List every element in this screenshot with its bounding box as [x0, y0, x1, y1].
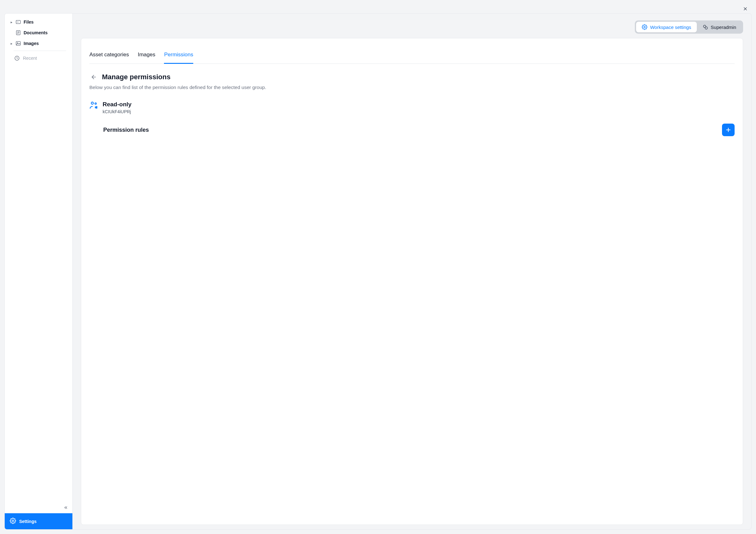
svg-point-16 [91, 102, 94, 104]
plus-icon [725, 127, 731, 133]
close-icon [743, 6, 748, 11]
sidebar-settings-label: Settings [19, 519, 37, 524]
user-group-info: Read-only kCIUkF4iUPRj [103, 101, 132, 114]
svg-point-14 [705, 27, 708, 29]
chevron-right-icon: ▸ [10, 42, 13, 45]
settings-panel: Asset categories Images Permissions Mana… [81, 38, 743, 525]
chevron-right-icon: ▸ [10, 20, 13, 24]
segment-label: Superadmin [711, 25, 736, 30]
app-shell: ▸ Files Documents ▸ [0, 0, 756, 534]
tab-images[interactable]: Images [138, 47, 155, 64]
view-toggle: Workspace settings Superadmin [635, 20, 743, 34]
permission-rules-row: Permission rules [89, 124, 735, 136]
user-group-icon [89, 101, 98, 111]
arrow-left-icon [91, 74, 97, 80]
app-window: ▸ Files Documents ▸ [4, 13, 752, 530]
sidebar-item-files[interactable]: ▸ Files [7, 17, 70, 27]
sidebar-item-recent[interactable]: Recent [7, 52, 70, 64]
back-button[interactable] [89, 73, 98, 82]
section-description: Below you can find list of the permissio… [89, 85, 735, 90]
sidebar-item-label: Documents [24, 30, 47, 35]
svg-point-12 [644, 26, 645, 28]
section-title: Manage permissions [102, 73, 171, 81]
user-group: Read-only kCIUkF4iUPRj [89, 101, 735, 114]
document-icon [15, 30, 21, 36]
shield-icon [703, 24, 708, 30]
sidebar-divider [14, 51, 66, 51]
section-header: Manage permissions [89, 73, 735, 82]
segment-label: Workspace settings [650, 25, 691, 30]
sidebar-item-label: Files [24, 19, 34, 25]
segment-superadmin[interactable]: Superadmin [697, 22, 742, 32]
sidebar-item-label: Images [24, 41, 39, 46]
svg-point-17 [95, 103, 96, 104]
add-rule-button[interactable] [722, 124, 735, 136]
permission-rules-heading: Permission rules [103, 127, 149, 133]
clock-icon [14, 55, 20, 61]
gear-icon [10, 518, 16, 525]
tab-permissions[interactable]: Permissions [164, 47, 193, 64]
sidebar-settings-button[interactable]: Settings [5, 513, 72, 529]
sidebar-item-images[interactable]: ▸ Images [7, 38, 70, 49]
user-group-name: Read-only [103, 101, 132, 108]
collapse-sidebar-button[interactable] [62, 504, 69, 511]
sidebar-item-documents[interactable]: Documents [7, 27, 70, 38]
sidebar-item-label: Recent [23, 56, 37, 61]
tabs: Asset categories Images Permissions [89, 47, 735, 64]
segment-workspace-settings[interactable]: Workspace settings [636, 22, 697, 32]
sidebar-nav: ▸ Files Documents ▸ [5, 13, 72, 513]
user-group-id: kCIUkF4iUPRj [103, 109, 132, 114]
gear-icon [642, 24, 647, 30]
chevron-double-left-icon [64, 505, 68, 510]
svg-point-11 [12, 520, 14, 522]
image-icon [15, 40, 21, 46]
main-content: Workspace settings Superadmin Asset cate… [73, 13, 751, 529]
sidebar: ▸ Files Documents ▸ [5, 13, 73, 529]
close-button[interactable] [742, 6, 748, 12]
folder-icon [15, 19, 21, 25]
tab-asset-categories[interactable]: Asset categories [89, 47, 129, 64]
